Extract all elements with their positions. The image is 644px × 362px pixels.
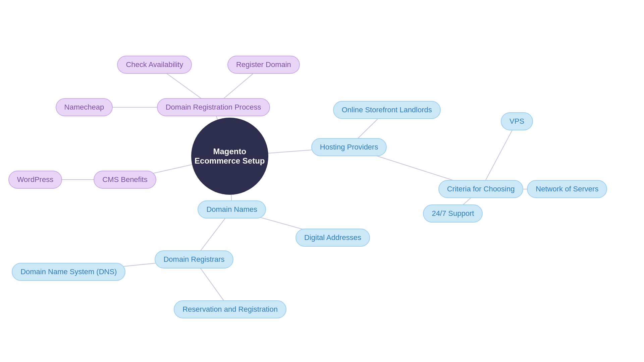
node-criteria-for-choosing[interactable]: Criteria for Choosing <box>428 180 533 198</box>
node-domain-registration-process[interactable]: Domain Registration Process <box>148 98 279 116</box>
node-namecheap[interactable]: Namecheap <box>58 98 110 116</box>
node-label-cms-benefits: CMS Benefits <box>94 171 156 189</box>
node-label-criteria-for-choosing: Criteria for Choosing <box>438 180 524 198</box>
node-label-domain-registrars: Domain Registrars <box>155 250 233 268</box>
node-label-check-availability: Check Availability <box>117 56 192 74</box>
node-label-domain-names: Domain Names <box>198 200 266 219</box>
node-cms-benefits[interactable]: CMS Benefits <box>92 171 158 189</box>
node-domain-name-system[interactable]: Domain Name System (DNS) <box>10 263 128 281</box>
center-label: Magento Ecommerce Setup <box>191 118 268 195</box>
node-wordpress[interactable]: WordPress <box>9 171 61 189</box>
node-check-availability[interactable]: Check Availability <box>109 56 201 74</box>
node-247-support[interactable]: 24/7 Support <box>420 204 486 223</box>
node-network-of-servers[interactable]: Network of Servers <box>521 180 613 198</box>
node-label-domain-name-system: Domain Name System (DNS) <box>12 263 125 281</box>
node-label-network-of-servers: Network of Servers <box>527 180 607 198</box>
node-domain-names[interactable]: Domain Names <box>199 200 265 219</box>
node-label-247-support: 24/7 Support <box>423 204 483 223</box>
node-reservation-registration[interactable]: Reservation and Registration <box>162 300 298 318</box>
node-vps[interactable]: VPS <box>497 112 537 130</box>
node-register-domain[interactable]: Register Domain <box>224 56 303 74</box>
node-label-digital-addresses: Digital Addresses <box>296 229 370 247</box>
node-label-wordpress: WordPress <box>8 171 62 189</box>
node-label-online-storefront-landlords: Online Storefront Landlords <box>333 101 441 119</box>
node-domain-registrars[interactable]: Domain Registrars <box>150 250 238 268</box>
node-label-register-domain: Register Domain <box>227 56 300 74</box>
node-label-vps: VPS <box>501 112 533 130</box>
node-label-domain-registration-process: Domain Registration Process <box>157 98 270 116</box>
node-label-namecheap: Namecheap <box>56 98 113 116</box>
node-digital-addresses[interactable]: Digital Addresses <box>289 229 377 247</box>
node-label-hosting-providers: Hosting Providers <box>311 138 387 156</box>
svg-line-14 <box>481 121 517 189</box>
node-label-reservation-registration: Reservation and Registration <box>174 300 286 318</box>
node-online-storefront-landlords[interactable]: Online Storefront Landlords <box>321 101 452 119</box>
center-node: Magento Ecommerce Setup <box>191 118 268 195</box>
node-hosting-providers[interactable]: Hosting Providers <box>305 138 393 156</box>
